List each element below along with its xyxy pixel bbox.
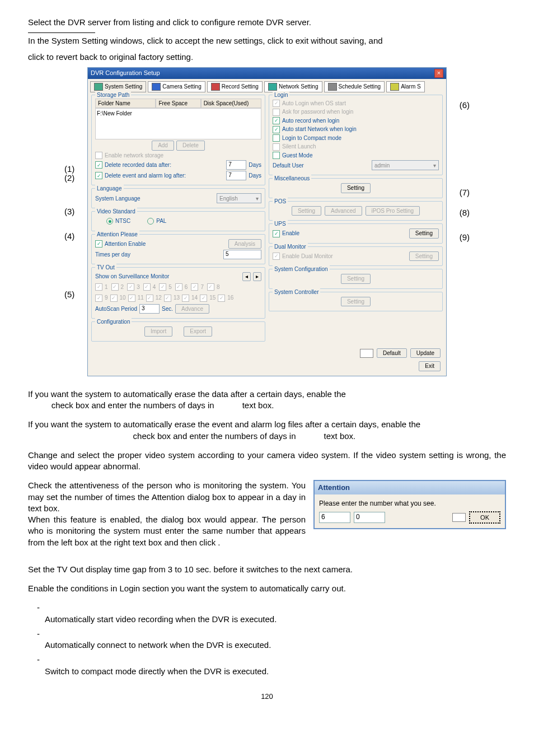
compact-checkbox[interactable] xyxy=(273,134,280,142)
tab-label: Camera Setting xyxy=(162,83,201,91)
keyboard-icon[interactable] xyxy=(360,349,373,358)
tab-system[interactable]: System Setting xyxy=(90,81,146,92)
times-input[interactable]: 5 xyxy=(223,250,261,259)
delete-data-days[interactable]: 7 xyxy=(226,160,246,170)
col-used: Disk Space(Used) xyxy=(201,99,261,109)
pal-radio[interactable] xyxy=(147,218,154,225)
dual-label: Enable Dual Monitor xyxy=(282,253,407,260)
list-item: Automatically connect to network when th… xyxy=(45,628,506,651)
pos-setting-button[interactable]: Setting xyxy=(292,206,321,216)
attention-title: Attention xyxy=(315,481,505,494)
titlebar: DVR Configuration Setup × xyxy=(88,68,446,79)
tab-record[interactable]: Record Setting xyxy=(207,81,263,92)
misc-setting-button[interactable]: Setting xyxy=(341,183,371,193)
arrow-right-icon[interactable]: ▸ xyxy=(253,272,261,281)
auto-network-checkbox[interactable]: ✓ xyxy=(273,126,280,133)
ups-setting-button[interactable]: Setting xyxy=(409,228,439,239)
auto-login-checkbox[interactable]: ✓ xyxy=(273,100,280,107)
sysctl-group: System Controller Setting xyxy=(269,292,443,312)
list-item: Automatically start video recording when… xyxy=(45,602,506,625)
syscfg-group: System Configuration Setting xyxy=(269,269,443,289)
legend: Miscellaneous xyxy=(273,175,311,183)
attention-label: Attention Enable xyxy=(105,240,226,248)
auto-record-checkbox[interactable]: ✓ xyxy=(273,117,280,124)
config-dialog: DVR Configuration Setup × System Setting… xyxy=(87,67,447,376)
net-storage-checkbox[interactable] xyxy=(95,152,102,159)
dialog-title: DVR Configuration Setup xyxy=(91,69,160,77)
sysctl-button[interactable]: Setting xyxy=(341,297,371,307)
ntsc-radio[interactable] xyxy=(106,218,113,225)
export-button[interactable]: Export xyxy=(184,326,212,337)
ups-checkbox[interactable]: ✓ xyxy=(273,230,280,237)
default-button[interactable]: Default xyxy=(377,348,407,358)
ok-button[interactable]: OK xyxy=(469,511,500,524)
footer: Default Update xyxy=(88,345,446,362)
show-label: Show on Surveillance Monitor xyxy=(95,273,240,281)
attention-right[interactable]: 0 xyxy=(354,512,385,523)
attention-checkbox[interactable]: ✓ xyxy=(95,240,102,248)
intro-line-2a: In the System Setting windows, click to … xyxy=(28,35,506,46)
col-free: Free Space xyxy=(156,99,200,109)
para-tvout: Set the TV Out display time gap from 3 t… xyxy=(28,564,506,575)
arrow-left-icon[interactable]: ◂ xyxy=(242,272,251,281)
default-user-select[interactable]: admin▾ xyxy=(372,160,439,170)
delete-log-checkbox[interactable]: ✓ xyxy=(95,172,102,179)
delete-data-label: Delete recorded data after: xyxy=(105,161,224,169)
import-button[interactable]: Import xyxy=(144,326,172,337)
tab-camera[interactable]: Camera Setting xyxy=(148,81,205,92)
dual-checkbox[interactable]: ✓ xyxy=(273,253,280,260)
callout-8: (8) xyxy=(460,207,470,218)
silent-checkbox[interactable] xyxy=(273,143,280,151)
ipos-button[interactable]: iPOS Pro Setting xyxy=(366,206,420,216)
dual-setting-button[interactable]: Setting xyxy=(409,251,439,262)
autoscan-input[interactable]: 3 xyxy=(139,304,160,314)
pos-advanced-button[interactable]: Advanced xyxy=(325,206,362,216)
tab-network[interactable]: Network Setting xyxy=(264,81,322,92)
storage-header: Folder Name Free Space Disk Space(Used) xyxy=(95,99,261,109)
pal-label: PAL xyxy=(156,217,166,225)
add-button[interactable]: Add xyxy=(152,141,174,151)
ups-group: UPS ✓EnableSetting xyxy=(269,223,443,244)
autoscan-label: AutoScan Period xyxy=(95,305,137,313)
update-button[interactable]: Update xyxy=(410,348,441,358)
legend: System Controller xyxy=(273,288,320,296)
storage-group: Storage Path Folder Name Free Space Disk… xyxy=(91,95,265,186)
legend: Attention Please xyxy=(95,231,139,239)
delete-button[interactable]: Delete xyxy=(176,141,205,151)
ask-pwd-checkbox[interactable] xyxy=(273,109,280,116)
analysis-button[interactable]: Analysis xyxy=(228,239,261,249)
storage-list[interactable]: F:\New Folder xyxy=(95,108,261,139)
intro-line-1: Select the DVR server from listing and c… xyxy=(28,17,506,28)
legend: Video Standard xyxy=(95,208,137,216)
guest-checkbox[interactable] xyxy=(273,152,280,159)
close-icon[interactable]: × xyxy=(434,69,443,78)
legend: POS xyxy=(273,198,288,206)
tvout-group: TV Out Show on Surveillance Monitor◂▸ ✓1… xyxy=(91,267,265,319)
gear-icon xyxy=(94,83,103,91)
exit-button[interactable]: Exit xyxy=(419,361,441,371)
para-delete-data: If you want the system to automatically … xyxy=(28,389,506,412)
tab-alarm[interactable]: Alarm S xyxy=(386,81,425,92)
delete-data-checkbox[interactable]: ✓ xyxy=(95,161,102,169)
tab-bar: System Setting Camera Setting Record Set… xyxy=(88,79,446,95)
advance-button[interactable]: Advance xyxy=(175,304,209,314)
callout-2: (2) xyxy=(64,172,74,184)
tab-label: Record Setting xyxy=(222,83,259,91)
delete-log-days[interactable]: 7 xyxy=(226,171,246,180)
lang-select[interactable]: English▾ xyxy=(217,193,261,203)
keyboard-icon[interactable] xyxy=(452,513,466,522)
ups-label: Enable xyxy=(282,230,407,237)
legend: Dual Monitor xyxy=(273,243,308,251)
lbl: Auto start Network when login xyxy=(282,125,357,133)
tab-schedule[interactable]: Schedule Setting xyxy=(324,81,385,92)
para-delete-log: If you want the system to automatically … xyxy=(28,419,506,442)
login-group: Login ✓Auto Login when OS start Ask for … xyxy=(269,95,443,176)
syscfg-button[interactable]: Setting xyxy=(341,274,371,284)
page-number: 120 xyxy=(28,692,506,702)
config-group: Configuration ImportExport xyxy=(91,321,265,342)
record-icon xyxy=(211,83,220,91)
language-group: Language System LanguageEnglish▾ xyxy=(91,188,265,208)
intro-line-2b: click to revert back to original factory… xyxy=(28,52,506,63)
days-label: Days xyxy=(249,161,261,169)
attention-group: Attention Please ✓Attention EnableAnalys… xyxy=(91,234,265,265)
